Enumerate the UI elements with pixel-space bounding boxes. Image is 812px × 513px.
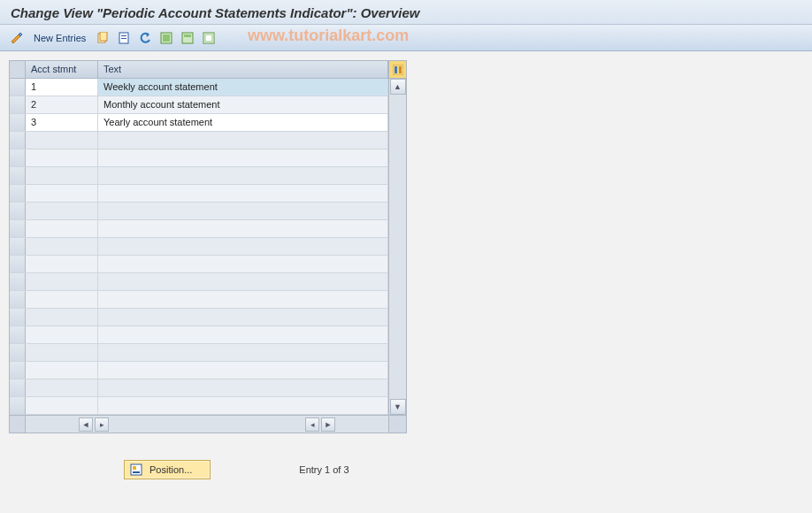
cell-empty [98,220,388,237]
new-entries-button[interactable]: New Entries [30,31,89,45]
cell-empty [98,362,388,379]
configure-columns-icon[interactable] [388,61,406,78]
cell-empty [26,309,98,325]
copy-icon[interactable] [95,30,111,46]
table-row-empty [10,167,388,185]
column-header-text[interactable]: Text [98,61,388,78]
cell-acct[interactable]: 2 [26,96,98,113]
cell-empty [26,132,98,149]
table-row-empty [10,291,388,309]
row-selector[interactable] [10,203,26,219]
row-selector[interactable] [10,149,26,166]
table-row-empty [10,132,388,149]
grid-header: Acct stmnt Text [10,61,406,79]
scroll-down-icon[interactable]: ▼ [390,399,406,415]
toolbar: New Entries www.tutorialkart.com [0,25,812,51]
table-row-empty [10,309,388,326]
cell-empty [98,185,388,202]
row-selector[interactable] [10,132,26,149]
cell-text[interactable]: Weekly account statement [98,79,388,96]
row-selector[interactable] [10,220,26,237]
cell-empty [98,256,388,272]
deselect-all-icon[interactable] [201,30,217,46]
vertical-scrollbar[interactable]: ▲ ▼ [388,79,406,415]
page-title: Change View "Periodic Account Statements… [0,0,812,25]
svg-rect-13 [399,66,402,73]
cell-empty [98,273,388,290]
cell-empty [98,149,388,166]
cell-empty [26,203,98,219]
table-row-empty [10,273,388,291]
cell-empty [26,291,98,308]
watermark-text: www.tutorialkart.com [248,27,409,45]
table-row[interactable]: 1Weekly account statement [10,79,388,96]
cell-acct[interactable]: 1 [26,79,98,96]
cell-empty [26,273,98,290]
grid-rows: 1Weekly account statement2Monthly accoun… [10,79,388,415]
cell-empty [26,167,98,184]
cell-empty [98,291,388,308]
scroll-right2-icon[interactable]: ◂ [305,417,319,432]
cell-empty [98,132,388,149]
row-selector[interactable] [10,167,26,184]
row-selector[interactable] [10,291,26,308]
row-selector[interactable] [10,326,26,343]
row-selector[interactable] [10,96,26,113]
position-button[interactable]: Position... [124,460,211,479]
select-all-icon[interactable] [158,30,174,46]
delete-icon[interactable] [116,30,132,46]
cell-empty [26,220,98,237]
row-selector[interactable] [10,397,26,414]
scroll-right-icon[interactable]: ► [321,417,335,432]
cell-acct[interactable]: 3 [26,114,98,131]
horizontal-scrollbar[interactable]: ◄ ▸ ◂ ► [10,415,406,433]
footer: Position... Entry 1 of 3 [9,460,803,479]
row-selector[interactable] [10,114,26,131]
table-row[interactable]: 3Yearly account statement [10,114,388,132]
table-row-empty [10,238,388,256]
row-selector[interactable] [10,273,26,290]
position-label: Position... [149,464,192,475]
row-selector[interactable] [10,309,26,325]
row-selector[interactable] [10,238,26,255]
row-selector[interactable] [10,362,26,379]
table-row-empty [10,397,388,415]
position-icon [130,463,142,476]
svg-rect-7 [182,33,193,43]
table-row-empty [10,185,388,203]
row-selector[interactable] [10,344,26,361]
table-row-empty [10,220,388,238]
scroll-left-icon[interactable]: ◄ [79,417,93,432]
table-row[interactable]: 2Monthly account statement [10,96,388,114]
cell-empty [98,379,388,396]
select-block-icon[interactable] [180,30,195,46]
row-selector-header[interactable] [10,61,26,78]
column-header-acct[interactable]: Acct stmnt [26,61,98,78]
cell-empty [26,379,98,396]
scroll-left2-icon[interactable]: ▸ [95,417,109,432]
svg-rect-3 [121,35,126,36]
svg-rect-11 [393,65,403,75]
undo-icon[interactable] [137,30,153,46]
row-selector[interactable] [10,256,26,272]
cell-empty [26,238,98,255]
table-row-empty [10,203,388,220]
cell-text[interactable]: Yearly account statement [98,114,388,131]
cell-text[interactable]: Monthly account statement [98,96,388,113]
cell-empty [98,167,388,184]
cell-empty [26,256,98,272]
svg-rect-6 [163,34,170,42]
scroll-up-icon[interactable]: ▲ [390,79,406,95]
cell-empty [98,203,388,219]
row-selector[interactable] [10,185,26,202]
row-selector[interactable] [10,79,26,96]
toggle-edit-icon[interactable] [9,30,25,46]
cell-empty [98,309,388,325]
cell-empty [98,344,388,361]
table-row-empty [10,344,388,362]
table-row-empty [10,379,388,397]
row-selector[interactable] [10,379,26,396]
cell-empty [26,362,98,379]
svg-rect-4 [121,38,126,39]
cell-empty [98,238,388,255]
